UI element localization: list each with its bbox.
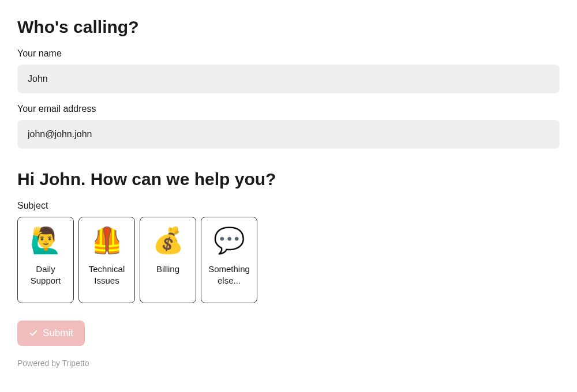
- subject-something-else[interactable]: 💬 Something else...: [201, 217, 257, 303]
- subject-card-label: Technical Issues: [83, 263, 131, 287]
- email-label: Your email address: [17, 104, 560, 114]
- page-heading: Who's calling?: [17, 17, 560, 37]
- safety-vest-icon: 🦺: [91, 228, 123, 253]
- money-bag-icon: 💰: [152, 228, 184, 253]
- subject-options: 🙋‍♂️ Daily Support 🦺 Technical Issues 💰 …: [17, 217, 560, 303]
- subject-label: Subject: [17, 201, 560, 211]
- subject-card-label: Something else...: [205, 263, 253, 287]
- subject-daily-support[interactable]: 🙋‍♂️ Daily Support: [17, 217, 74, 303]
- subject-billing[interactable]: 💰 Billing: [140, 217, 196, 303]
- greeting-heading: Hi John. How can we help you?: [17, 169, 560, 189]
- footer-text: Powered by Tripetto: [17, 359, 560, 368]
- submit-button[interactable]: Submit: [17, 321, 85, 346]
- subject-card-label: Billing: [156, 263, 179, 275]
- person-raising-hand-icon: 🙋‍♂️: [30, 228, 62, 253]
- subject-technical-issues[interactable]: 🦺 Technical Issues: [78, 217, 135, 303]
- submit-button-label: Submit: [43, 327, 73, 339]
- subject-card-label: Daily Support: [21, 263, 70, 287]
- email-input[interactable]: [17, 120, 560, 149]
- speech-balloon-icon: 💬: [213, 228, 245, 253]
- name-input[interactable]: [17, 65, 560, 93]
- check-icon: [29, 329, 38, 338]
- name-label: Your name: [17, 48, 560, 59]
